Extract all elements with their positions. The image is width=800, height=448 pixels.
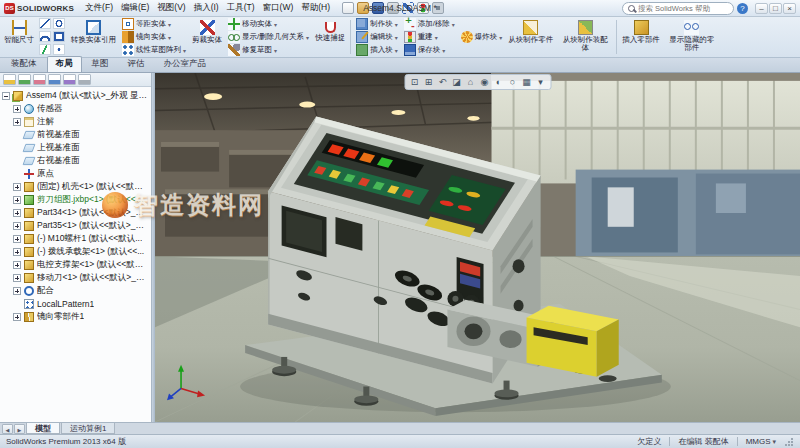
section-view-button[interactable]: ◪ — [450, 76, 463, 88]
rebuild-button[interactable] — [417, 2, 429, 14]
tree-item-housing[interactable]: (固定) 机壳<1> (默认<<默认>_... — [0, 180, 151, 193]
maximize-button[interactable]: □ — [769, 3, 782, 14]
panel-help-tab[interactable] — [78, 74, 91, 85]
displaymanager-tab[interactable] — [63, 74, 76, 85]
ribbon-button-offset-entities[interactable]: 等距实体 — [122, 18, 186, 30]
motion-study-tab[interactable]: 运动算例1 — [61, 423, 115, 434]
sketch-circle-icon[interactable] — [53, 18, 65, 29]
expand-toggle[interactable] — [13, 222, 21, 230]
viewport-3d-scene[interactable] — [155, 73, 800, 422]
tree-item-part34[interactable]: Part34<1> (默认<<默认>_显... — [0, 206, 151, 219]
tab-sketch[interactable]: 草图 — [83, 56, 118, 72]
ribbon-button-insert-block[interactable]: 插入块 — [356, 44, 398, 56]
expand-toggle[interactable] — [13, 248, 21, 256]
expand-toggle[interactable] — [13, 118, 21, 126]
sketch-arc-icon[interactable] — [39, 31, 51, 42]
tree-item-right-plane[interactable]: 右视基准面 — [0, 154, 151, 167]
tree-item-part35[interactable]: Part35<1> (默认<<默认>_显... — [0, 219, 151, 232]
ribbon-button-smart-dimension[interactable]: 智能尺寸 — [2, 18, 36, 56]
previous-view-button[interactable]: ↶ — [436, 76, 449, 88]
ribbon-button-move-entities[interactable]: 移动实体 — [228, 18, 309, 30]
edit-appearance-button[interactable]: ○ — [506, 76, 519, 88]
sketch-point-icon[interactable] — [53, 44, 65, 55]
dimxpert-tab[interactable] — [48, 74, 61, 85]
print-button[interactable] — [387, 2, 399, 14]
tree-item-sensors[interactable]: 传感器 — [0, 102, 151, 115]
ribbon-button-quick-snaps[interactable]: 快速捕捉 — [313, 18, 347, 56]
ribbon-button-add-remove-entities[interactable]: 添加/移除 — [404, 18, 455, 30]
tab-evaluate[interactable]: 评估 — [119, 56, 154, 72]
apply-scene-button[interactable]: ▦ — [520, 76, 533, 88]
expand-toggle[interactable] — [13, 183, 21, 191]
sketch-spline-icon[interactable] — [39, 44, 51, 55]
ribbon-button-repair-sketch[interactable]: 修复草图 — [228, 44, 309, 56]
tree-item-m10-screw[interactable]: (-) M10螺杆1 (默认<<默认... — [0, 232, 151, 245]
menu-insert[interactable]: 插入(I) — [190, 1, 223, 15]
ribbon-button-show-hidden-components[interactable]: 显示隐藏的零部件 — [664, 18, 720, 56]
tree-item-mates[interactable]: 配合 — [0, 284, 151, 297]
ribbon-button-display-delete-relations[interactable]: 显示/删除几何关系 — [228, 31, 309, 43]
tree-item-local-pattern[interactable]: LocalLPattern1 — [0, 297, 151, 310]
tree-item-top-plane[interactable]: 上视基准面 — [0, 141, 151, 154]
menu-view[interactable]: 视图(V) — [153, 1, 189, 15]
ribbon-button-save-block[interactable]: 保存块 — [404, 44, 455, 56]
menu-tools[interactable]: 工具(T) — [223, 1, 259, 15]
ribbon-button-edit-block[interactable]: 编辑块 — [356, 31, 398, 43]
tree-item-moving-blade[interactable]: 移动刀<1> (默认<<默认>_显... — [0, 271, 151, 284]
expand-toggle[interactable] — [13, 261, 21, 269]
tab-office-products[interactable]: 办公室产品 — [155, 56, 216, 72]
model-tabs-scroll-right-button[interactable]: ▶ — [14, 424, 25, 434]
expand-toggle[interactable] — [13, 274, 21, 282]
menu-file[interactable]: 文件(F) — [81, 1, 117, 15]
tree-item-wire-carrier[interactable]: (-) 拨线承载架<1> (默认<<... — [0, 245, 151, 258]
zoom-area-button[interactable]: ⊞ — [422, 76, 435, 88]
ribbon-button-mirror-entities[interactable]: 镜向实体 — [122, 31, 186, 43]
menu-window[interactable]: 窗口(W) — [259, 1, 298, 15]
close-button[interactable]: × — [783, 3, 796, 14]
expand-toggle[interactable] — [2, 92, 10, 100]
search-input[interactable] — [638, 4, 718, 13]
view-settings-button[interactable]: ▾ — [534, 76, 547, 88]
tree-item-control-bracket[interactable]: 电控支撑架<1> (默认<<默认>_显... — [0, 258, 151, 271]
featuremanager-tab[interactable] — [3, 74, 16, 85]
open-document-button[interactable] — [357, 2, 369, 14]
resize-grip[interactable] — [784, 437, 794, 447]
expand-toggle[interactable] — [13, 196, 21, 204]
expand-toggle[interactable] — [13, 287, 21, 295]
expand-toggle[interactable] — [13, 209, 21, 217]
tree-item-mirror-component[interactable]: 镜向零部件1 — [0, 310, 151, 323]
ribbon-button-linear-sketch-pattern[interactable]: 线性草图阵列 — [122, 44, 186, 56]
display-style-button[interactable]: ◉ — [478, 76, 491, 88]
tree-item-scissor-group[interactable]: 剪刀组图.jxbp<1> (默认<<默... — [0, 193, 151, 206]
save-button[interactable] — [372, 2, 384, 14]
model-tab[interactable]: 模型 — [26, 423, 60, 434]
propertymanager-tab[interactable] — [18, 74, 31, 85]
view-orientation-button[interactable]: ⌂ — [464, 76, 477, 88]
graphics-viewport[interactable]: ⊡⊞↶◪⌂◉◐○▦▾ — [155, 73, 800, 422]
help-button[interactable]: ? — [737, 3, 748, 14]
zoom-fit-button[interactable]: ⊡ — [408, 76, 421, 88]
undo-button[interactable] — [402, 2, 414, 14]
sketch-rectangle-icon[interactable] — [53, 31, 65, 42]
menu-help[interactable]: 帮助(H) — [297, 1, 334, 15]
ribbon-button-trim-entities[interactable]: 剪裁实体 — [190, 18, 224, 56]
ribbon-button-insert-components[interactable]: 插入零部件 — [620, 18, 662, 56]
tree-item-annotations[interactable]: 注解 — [0, 115, 151, 128]
ribbon-button-make-block[interactable]: 制作块 — [356, 18, 398, 30]
ribbon-button-part-from-block[interactable]: 从块制作零件 — [506, 18, 555, 56]
ribbon-button-explode-block[interactable]: 爆炸块 — [461, 31, 503, 43]
ribbon-button-assembly-from-block[interactable]: 从块制作装配体 — [557, 18, 613, 56]
configurationmanager-tab[interactable] — [33, 74, 46, 85]
tree-item-front-plane[interactable]: 前视基准面 — [0, 128, 151, 141]
new-document-button[interactable] — [342, 2, 354, 14]
tab-layout[interactable]: 布局 — [47, 56, 82, 72]
expand-toggle[interactable] — [13, 313, 21, 321]
tab-assembly[interactable]: 装配体 — [2, 56, 46, 72]
model-tabs-scroll-left-button[interactable]: ◀ — [2, 424, 13, 434]
tree-item-origin[interactable]: 原点 — [0, 167, 151, 180]
menu-edit[interactable]: 编辑(E) — [117, 1, 153, 15]
tree-item-assem4[interactable]: Assem4 (默认<默认>_外观 显示状... — [0, 89, 151, 102]
unit-system-selector[interactable]: MMGS — [746, 437, 776, 446]
hide-show-items-button[interactable]: ◐ — [492, 76, 505, 88]
ribbon-button-rebuild-block[interactable]: 重建 — [404, 31, 455, 43]
